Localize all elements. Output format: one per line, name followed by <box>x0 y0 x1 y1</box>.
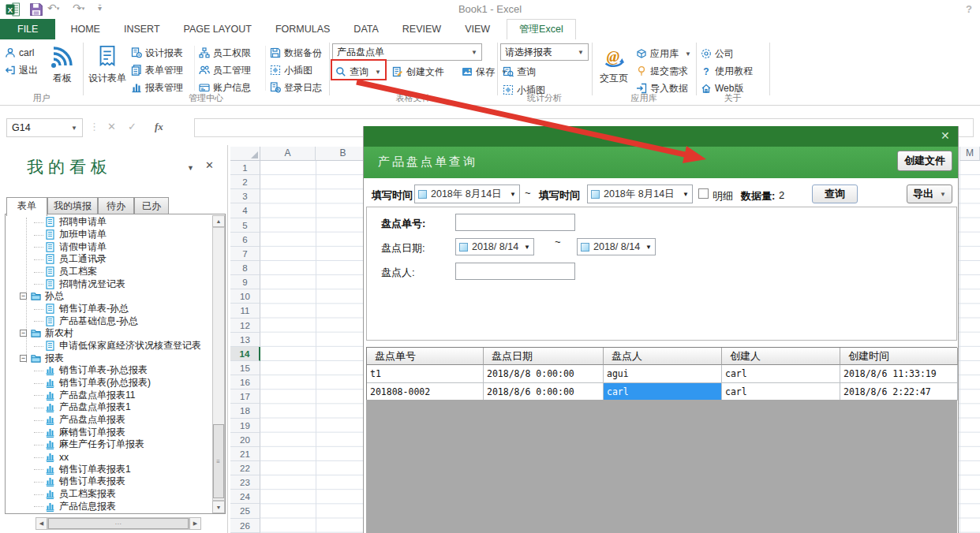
pane-hscrollbar-thumb[interactable]: ⋯ <box>48 518 189 529</box>
row-header-22[interactable]: 22 <box>230 461 260 475</box>
ribbon-design-report-button[interactable]: 设计报表 <box>131 45 183 61</box>
row-header-20[interactable]: 20 <box>230 433 260 447</box>
detail-checkbox[interactable] <box>698 188 709 199</box>
row-header-9[interactable]: 9 <box>230 275 260 289</box>
ribbon-tab-insert[interactable]: INSERT <box>112 19 172 39</box>
ribbon-emp-perm-button[interactable]: 员工权限 <box>199 45 251 61</box>
row-header-3[interactable]: 3 <box>230 189 260 203</box>
tree-item[interactable]: −孙总 <box>7 290 211 303</box>
dialog-create-file-button[interactable]: 创建文件 <box>897 151 952 171</box>
tree-item[interactable]: 产品基础信息-孙总 <box>7 315 211 327</box>
tree-item[interactable]: 麻销售订单报表 <box>7 426 211 438</box>
pane-tab-forms[interactable]: 表单 <box>6 197 47 216</box>
result-col-header[interactable]: 创建时间 <box>840 348 958 365</box>
result-cell[interactable]: t1 <box>367 365 484 383</box>
row-header-16[interactable]: 16 <box>230 375 260 390</box>
result-cell[interactable]: 201808-0002 <box>367 383 484 401</box>
date-checkbox[interactable] <box>591 190 600 199</box>
tree-item[interactable]: 产品信息报表 <box>7 500 211 512</box>
select-all-corner[interactable] <box>230 147 260 161</box>
tree-item[interactable]: 员工通讯录 <box>7 253 211 266</box>
row-header-2[interactable]: 2 <box>230 175 260 189</box>
result-cell[interactable]: 2018/8/8 0:00:00 <box>484 365 604 383</box>
pane-tab-todo[interactable]: 待办 <box>98 197 134 214</box>
ribbon-submit-req-button[interactable]: 提交需求 <box>636 63 688 79</box>
date-checkbox[interactable] <box>459 243 468 252</box>
tree-item[interactable]: 员工档案报表 <box>7 488 211 501</box>
report-select-combo[interactable]: 请选择报表▼ <box>500 43 589 61</box>
tree-item[interactable]: 产品盘点单报表11 <box>7 389 211 401</box>
collapse-icon[interactable]: − <box>20 355 27 362</box>
result-col-header[interactable]: 盘点单号 <box>367 348 484 365</box>
ribbon-create-file-button[interactable]: 创建文件 <box>392 64 444 80</box>
dialog-export-button[interactable]: 导出▼ <box>907 184 952 203</box>
ribbon-tab-home[interactable]: HOME <box>58 19 112 39</box>
row-header-18[interactable]: 18 <box>230 404 260 418</box>
row-header-13[interactable]: 13 <box>230 333 260 347</box>
tree-item[interactable]: 产品盘点单报表 <box>7 414 211 427</box>
tree-item[interactable]: 招聘情况登记表 <box>7 278 211 290</box>
row-header-10[interactable]: 10 <box>230 289 260 304</box>
result-col-header[interactable]: 盘点人 <box>604 348 722 365</box>
ribbon-design-form-button[interactable]: 设计表单 <box>87 44 128 85</box>
ribbon-tab-管理excel[interactable]: 管理Excel <box>507 19 576 39</box>
row-header-19[interactable]: 19 <box>230 419 260 433</box>
result-cell[interactable]: carl <box>722 365 840 383</box>
result-col-header[interactable]: 盘点日期 <box>484 348 604 365</box>
tree-item[interactable]: 销售订单表(孙总报表) <box>7 377 211 390</box>
row-header-14[interactable]: 14 <box>230 347 260 361</box>
ribbon-save-button[interactable]: 保存▼ <box>462 64 507 80</box>
ribbon-company-button[interactable]: 公司 <box>701 46 734 62</box>
row-header-15[interactable]: 15 <box>230 361 260 375</box>
inventory-no-input[interactable] <box>455 214 575 231</box>
ribbon-form-mgmt-button[interactable]: 表单管理 <box>131 62 183 78</box>
tree-item[interactable]: 请假申请单 <box>7 240 211 253</box>
tree-item[interactable]: 销售订单表-孙总报表 <box>7 364 211 377</box>
ribbon-tutorial-button[interactable]: ?使用教程 <box>701 63 753 79</box>
row-header-5[interactable]: 5 <box>230 218 260 233</box>
tree-item[interactable]: xx <box>7 451 211 464</box>
dialog-query-button[interactable]: 查询 <box>812 184 858 203</box>
ribbon-data-backup-button[interactable]: 数据备份 <box>270 45 322 61</box>
row-header-1[interactable]: 1 <box>230 161 260 175</box>
result-cell[interactable]: agui <box>604 365 722 383</box>
result-cell[interactable]: 2018/8/6 0:00:00 <box>484 383 604 401</box>
scroll-down-icon[interactable]: ▼ <box>212 501 225 513</box>
tree-scrollbar-thumb[interactable]: ≡ <box>213 424 224 498</box>
scroll-up-icon[interactable]: ▲ <box>212 215 225 227</box>
ribbon-user-account[interactable]: carl <box>5 45 34 61</box>
row-header-12[interactable]: 12 <box>230 319 260 333</box>
row-header-17[interactable]: 17 <box>230 390 260 404</box>
result-cell[interactable]: 2018/8/6 11:33:19 <box>840 365 958 383</box>
ribbon-tab-file[interactable]: FILE <box>0 19 55 39</box>
tree-item[interactable]: 产品盘点单报表1 <box>7 401 211 414</box>
column-header-m[interactable]: M <box>959 147 980 161</box>
table-file-combo[interactable]: 产品盘点单▼ <box>332 43 482 61</box>
ribbon-logout-button[interactable]: 退出 <box>5 62 38 78</box>
tree-item[interactable]: 销售订单表-孙总 <box>7 303 211 315</box>
result-cell[interactable]: 2018/8/6 2:22:47 <box>840 383 958 401</box>
result-cell[interactable]: carl <box>604 383 722 401</box>
enter-icon[interactable]: ✓ <box>128 121 137 132</box>
tree-item[interactable]: −新农村 <box>7 327 211 340</box>
row-header-23[interactable]: 23 <box>230 475 260 490</box>
row-header-6[interactable]: 6 <box>230 233 260 247</box>
row-header-26[interactable]: 26 <box>230 519 260 533</box>
column-header-a[interactable]: A <box>260 147 316 161</box>
row-header-24[interactable]: 24 <box>230 490 260 504</box>
task-pane-close-icon[interactable]: ✕ <box>205 159 214 171</box>
row-header-7[interactable]: 7 <box>230 247 260 261</box>
tree-item[interactable]: 招聘申请单 <box>7 216 211 229</box>
ribbon-tab-review[interactable]: REVIEW <box>391 19 453 39</box>
collapse-icon[interactable]: − <box>20 330 27 337</box>
ribbon-tab-data[interactable]: DATA <box>342 19 390 39</box>
fill-time-to-picker[interactable]: 2018年 8月14日▼ <box>587 184 693 203</box>
inventory-date-to-picker[interactable]: 2018/ 8/14▼ <box>577 238 656 255</box>
ribbon-stats-query-button[interactable]: 查询 <box>503 64 536 80</box>
help-icon[interactable]: ? <box>966 3 972 15</box>
tree-item[interactable]: 申请低保家庭经济状况核查登记表 <box>7 340 211 352</box>
row-header-4[interactable]: 4 <box>230 203 260 218</box>
scroll-right-icon[interactable]: ▶ <box>189 517 201 530</box>
pane-tab-my-fill[interactable]: 我的填报 <box>47 197 98 214</box>
result-cell[interactable]: carl <box>722 383 840 401</box>
